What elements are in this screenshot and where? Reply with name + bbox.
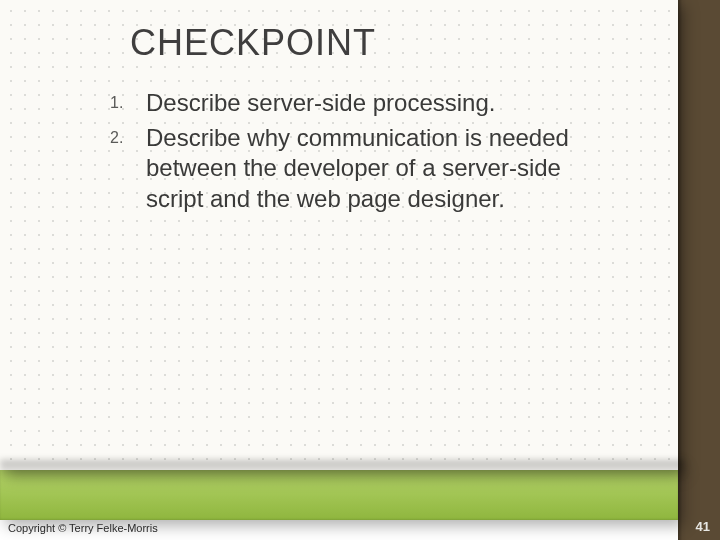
list-item: Describe why communication is needed bet… <box>110 123 598 215</box>
list-item: Describe server-side processing. <box>110 88 598 119</box>
copyright-text: Copyright © Terry Felke-Morris <box>8 522 158 534</box>
slide-content: Describe server-side processing. Describ… <box>110 88 598 219</box>
list-item-text: Describe why communication is needed bet… <box>146 124 569 212</box>
decorative-dot-grid <box>0 0 678 470</box>
page-number: 41 <box>696 519 710 534</box>
decorative-right-strip <box>678 0 720 540</box>
slide-paper: CHECKPOINT Describe server-side processi… <box>0 0 678 470</box>
checkpoint-list: Describe server-side processing. Describ… <box>110 88 598 215</box>
slide-title: CHECKPOINT <box>130 22 376 64</box>
list-item-text: Describe server-side processing. <box>146 89 495 116</box>
slide: CHECKPOINT Describe server-side processi… <box>0 0 720 540</box>
